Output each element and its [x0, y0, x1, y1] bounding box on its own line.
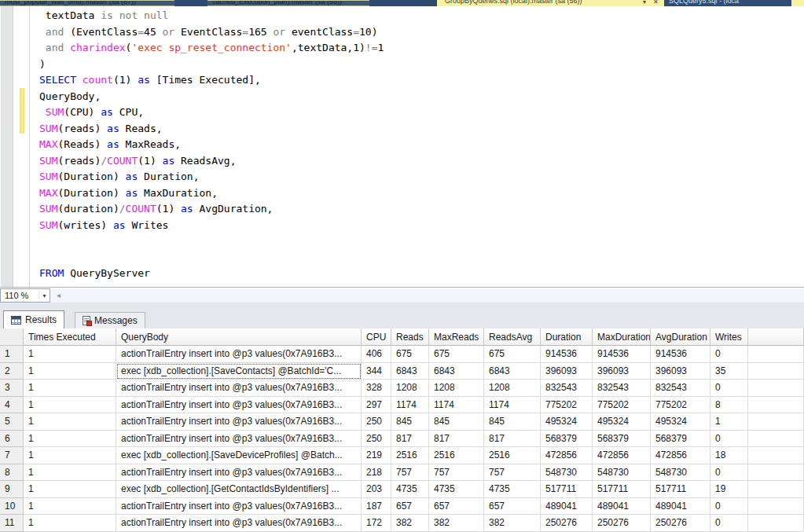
- cell-duration[interactable]: 495324: [541, 413, 593, 431]
- row-number[interactable]: 10: [0, 498, 24, 515]
- cell-writes[interactable]: 35: [710, 363, 748, 380]
- column-header-times-executed[interactable]: Times Executed: [24, 328, 116, 346]
- cell-maxduration[interactable]: 832543: [593, 380, 651, 397]
- cell-duration[interactable]: 914536: [541, 346, 593, 363]
- cell-cpu[interactable]: 406: [362, 346, 391, 363]
- cell-times-executed[interactable]: 1: [24, 447, 116, 464]
- editor-horizontal-scrollbar[interactable]: ◂: [50, 288, 804, 303]
- cell-maxreads[interactable]: 382: [429, 515, 484, 532]
- cell-readsavg[interactable]: 657: [484, 498, 541, 515]
- close-tab-icon[interactable]: ✕: [653, 0, 659, 6]
- table-row[interactable]: 11actionTrailEntry insert into @p3 value…: [0, 346, 804, 363]
- document-tab-4[interactable]: SQLQuery5.sql - (loca: [664, 0, 791, 6]
- cell-maxduration[interactable]: 775202: [593, 397, 651, 414]
- cell-times-executed[interactable]: 1: [24, 346, 116, 363]
- cell-reads[interactable]: 757: [391, 464, 429, 482]
- cell-times-executed[interactable]: 1: [24, 397, 116, 414]
- cell-maxduration[interactable]: 495324: [593, 413, 651, 431]
- cell-times-executed[interactable]: 1: [24, 464, 116, 482]
- cell-querybody[interactable]: actionTrailEntry insert into @p3 values(…: [116, 413, 362, 431]
- column-header-avgduration[interactable]: AvgDuration: [651, 328, 710, 346]
- cell-avgduration[interactable]: 775202: [651, 397, 710, 414]
- cell-maxduration[interactable]: 568379: [593, 431, 651, 448]
- table-row[interactable]: 101actionTrailEntry insert into @p3 valu…: [0, 498, 804, 515]
- cell-writes[interactable]: 1: [710, 413, 748, 431]
- column-header-reads[interactable]: Reads: [391, 328, 429, 346]
- cell-readsavg[interactable]: 845: [484, 413, 541, 431]
- cell-cpu[interactable]: 250: [362, 431, 391, 448]
- cell-duration[interactable]: 548730: [541, 464, 593, 482]
- table-row[interactable]: 71exec [xdb_collection].[SaveDeviceProfi…: [0, 447, 804, 464]
- cell-times-executed[interactable]: 1: [24, 413, 116, 431]
- cell-cpu[interactable]: 297: [362, 397, 391, 414]
- row-number[interactable]: 5: [0, 413, 24, 431]
- cell-writes[interactable]: 0: [710, 431, 748, 448]
- cell-readsavg[interactable]: 757: [484, 464, 541, 482]
- cell-reads[interactable]: 1174: [391, 397, 429, 414]
- cell-querybody[interactable]: actionTrailEntry insert into @p3 values(…: [116, 498, 362, 515]
- cell-writes[interactable]: 0: [710, 498, 748, 515]
- column-header-querybody[interactable]: QueryBody: [116, 328, 362, 346]
- row-number[interactable]: 6: [0, 431, 24, 448]
- cell-querybody[interactable]: exec [xdb_collection].[SaveDeviceProfile…: [116, 447, 362, 464]
- cell-duration[interactable]: 489041: [541, 498, 593, 515]
- table-row[interactable]: 111actionTrailEntry insert into @p3 valu…: [0, 515, 804, 532]
- cell-readsavg[interactable]: 382: [484, 515, 541, 532]
- row-number[interactable]: 9: [0, 481, 24, 498]
- column-header-maxreads[interactable]: MaxReads: [429, 328, 484, 346]
- cell-querybody[interactable]: exec [xdb_collection].[SaveContacts] @Ba…: [116, 363, 362, 380]
- cell-maxduration[interactable]: 517711: [593, 481, 651, 498]
- cell-reads[interactable]: 657: [391, 498, 429, 515]
- cell-maxduration[interactable]: 914536: [593, 346, 651, 363]
- cell-readsavg[interactable]: 817: [484, 431, 541, 448]
- cell-avgduration[interactable]: 396093: [651, 363, 710, 380]
- cell-reads[interactable]: 817: [391, 431, 429, 448]
- cell-querybody[interactable]: actionTrailEntry insert into @p3 values(…: [116, 515, 362, 532]
- cell-cpu[interactable]: 219: [362, 447, 391, 464]
- cell-times-executed[interactable]: 1: [24, 481, 116, 498]
- cell-cpu[interactable]: 203: [362, 481, 391, 498]
- cell-cpu[interactable]: 187: [362, 498, 391, 515]
- cell-avgduration[interactable]: 495324: [651, 413, 710, 431]
- cell-reads[interactable]: 845: [391, 413, 429, 431]
- cell-maxduration[interactable]: 489041: [593, 498, 651, 515]
- cell-times-executed[interactable]: 1: [24, 380, 116, 397]
- cell-times-executed[interactable]: 1: [24, 498, 116, 515]
- sql-editor[interactable]: textData is not null and (EventClass=45 …: [0, 6, 804, 288]
- cell-duration[interactable]: 472856: [541, 447, 593, 464]
- column-header-maxduration[interactable]: MaxDuration: [593, 328, 651, 346]
- tab-results[interactable]: Results: [3, 310, 64, 328]
- cell-querybody[interactable]: exec [xdb_collection].[GetContactIdsById…: [116, 481, 362, 498]
- document-tab-2[interactable]: cached_Execution_plan).master (sa (55)): [207, 0, 369, 6]
- cell-duration[interactable]: 396093: [541, 363, 593, 380]
- cell-reads[interactable]: 4735: [391, 481, 429, 498]
- cell-reads[interactable]: 1208: [391, 380, 429, 397]
- cell-querybody[interactable]: actionTrailEntry insert into @p3 values(…: [116, 346, 362, 363]
- cell-writes[interactable]: 0: [710, 515, 748, 532]
- column-header-rownum[interactable]: [0, 328, 24, 346]
- sql-code-text[interactable]: textData is not null and (EventClass=45 …: [0, 6, 804, 287]
- row-number[interactable]: 4: [0, 397, 24, 414]
- cell-times-executed[interactable]: 1: [24, 431, 116, 448]
- cell-duration[interactable]: 517711: [541, 481, 593, 498]
- cell-readsavg[interactable]: 2516: [484, 447, 541, 464]
- chevron-down-icon[interactable]: ▾: [39, 292, 50, 299]
- cell-avgduration[interactable]: 472856: [651, 447, 710, 464]
- cell-maxduration[interactable]: 250276: [593, 515, 651, 532]
- tab-list-dropdown-icon[interactable]: ▾: [643, 0, 646, 6]
- cell-querybody[interactable]: actionTrailEntry insert into @p3 values(…: [116, 431, 362, 448]
- cell-times-executed[interactable]: 1: [24, 515, 116, 532]
- cell-querybody[interactable]: actionTrailEntry insert into @p3 values(…: [116, 464, 362, 482]
- cell-duration[interactable]: 250276: [541, 515, 593, 532]
- row-number[interactable]: 8: [0, 464, 24, 482]
- cell-readsavg[interactable]: 4735: [484, 481, 541, 498]
- cell-maxreads[interactable]: 845: [429, 413, 484, 431]
- cell-writes[interactable]: 0: [710, 380, 748, 397]
- cell-cpu[interactable]: 344: [362, 363, 391, 380]
- cell-readsavg[interactable]: 1174: [484, 397, 541, 414]
- cell-reads[interactable]: 2516: [391, 447, 429, 464]
- column-header-duration[interactable]: Duration: [541, 328, 593, 346]
- row-number[interactable]: 2: [0, 363, 24, 380]
- table-row[interactable]: 31actionTrailEntry insert into @p3 value…: [0, 380, 804, 397]
- cell-maxreads[interactable]: 657: [429, 498, 484, 515]
